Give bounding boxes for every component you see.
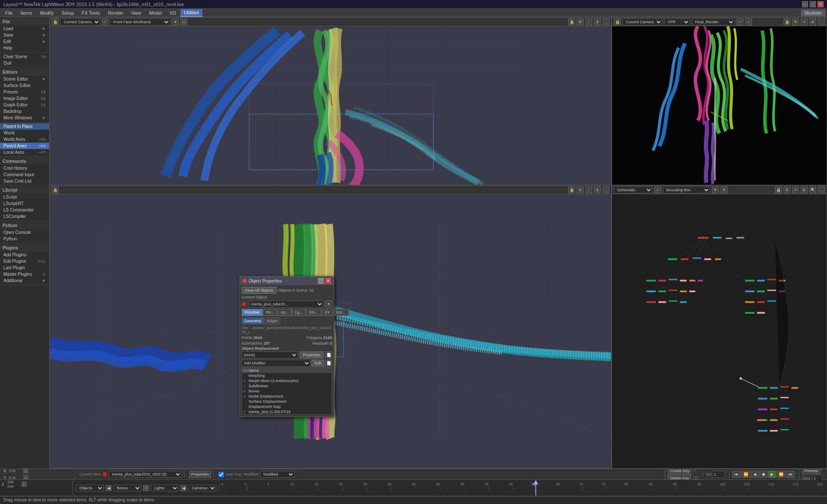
- dialog-minimize-btn[interactable]: —: [318, 278, 324, 284]
- schematic-refresh[interactable]: ↺: [792, 187, 799, 193]
- menu-render[interactable]: Render: [104, 9, 127, 16]
- schematic-lock[interactable]: 🔒: [775, 187, 782, 193]
- x-pos-e-btn[interactable]: E: [23, 468, 28, 473]
- step-fwd-btn[interactable]: ⏩: [777, 471, 786, 478]
- vp1-mode-select[interactable]: Front Face Wireframe: [110, 19, 170, 25]
- sidebar-item-edit[interactable]: Edit ▼: [0, 38, 49, 45]
- objects-select-btn[interactable]: ◀: [106, 485, 112, 491]
- left-viewport[interactable]: 🔒 Current Camera ✓ Front Face Wireframe …: [50, 17, 612, 185]
- menu-modeler[interactable]: Modeler: [801, 9, 825, 16]
- sidebar-item-surface-editor[interactable]: Surface Editor: [0, 82, 49, 89]
- menu-setup[interactable]: Setup: [58, 9, 78, 16]
- sidebar-item-command-input[interactable]: Command Input: [0, 171, 49, 178]
- schematic-chk[interactable]: ✓: [654, 187, 661, 193]
- tab-fx[interactable]: FX: [322, 309, 333, 316]
- tab-primitive[interactable]: Primitive: [242, 309, 263, 316]
- subtab-geometry[interactable]: Geometry: [242, 317, 264, 324]
- modifier-icon[interactable]: 📄: [325, 360, 332, 367]
- current-object-select[interactable]: inertia_plus_tube20...: [249, 301, 323, 308]
- main-vp-more[interactable]: …: [603, 187, 609, 193]
- menu-fxtools[interactable]: FX Tools: [78, 9, 104, 16]
- sidebar-item-scene-editor[interactable]: Scene Editor ▼: [0, 76, 49, 82]
- clear-all-objects-btn[interactable]: Clear All Objects: [242, 287, 277, 294]
- play-btn[interactable]: ▶: [768, 471, 776, 478]
- go-end-btn[interactable]: ⏭: [787, 471, 795, 478]
- main-viewport-content[interactable]: Object Properties — ✕ Clear All Objects: [50, 194, 611, 468]
- schematic-more[interactable]: …: [818, 187, 825, 193]
- sidebar-item-local-axes[interactable]: Local Axes +F7: [0, 149, 49, 156]
- lights-select[interactable]: Lights: [151, 485, 179, 492]
- vp1-settings-btn[interactable]: ⚙: [577, 19, 584, 25]
- vp2-render-select[interactable]: Final_Render: [692, 19, 735, 25]
- sidebar-item-backdrop[interactable]: Backdrop: [0, 108, 49, 115]
- schematic-mode2-select[interactable]: Bounding Box: [663, 187, 710, 193]
- sidebar-item-quit[interactable]: Quit: [0, 60, 49, 66]
- close-btn[interactable]: ✕: [818, 1, 824, 7]
- schematic-settings[interactable]: ⚙: [783, 187, 790, 193]
- modifier-subdivision[interactable]: ✓ Subdivision: [242, 383, 332, 389]
- vp2-camera-select[interactable]: Current Camera: [622, 19, 662, 25]
- main-vp-icon[interactable]: 🔒: [52, 187, 59, 193]
- go-start-btn[interactable]: ⏮: [732, 471, 740, 478]
- main-vp-settings[interactable]: ⚙: [577, 187, 584, 193]
- vp1-icon1[interactable]: 🔒: [52, 19, 59, 25]
- vp2-chk2[interactable]: ✓: [745, 19, 752, 25]
- vp2-chk[interactable]: ✓: [737, 19, 743, 25]
- sidebar-item-last-plugin[interactable]: Last Plugin: [0, 264, 49, 271]
- vp1-camera-select[interactable]: Current Camera: [60, 19, 100, 25]
- sidebar-item-image-editor[interactable]: Image Editor F6: [0, 95, 49, 102]
- add-modifier-select[interactable]: Add Modifier: [242, 360, 311, 367]
- bones-select-btn[interactable]: +: [143, 485, 149, 491]
- vp2-expand[interactable]: ⊕: [809, 19, 816, 25]
- replacement-select[interactable]: (none): [242, 352, 298, 358]
- maximize-btn[interactable]: □: [810, 1, 816, 7]
- sidebar-item-python[interactable]: Python: [0, 236, 49, 242]
- modifier-bones[interactable]: ✓ Bones: [242, 389, 332, 394]
- cameras-select[interactable]: Cameras: [188, 485, 216, 492]
- modifier-morphing[interactable]: Morphing: [242, 373, 332, 378]
- schematic-viewport[interactable]: Schematic ✓ Bounding Box ▼ ▼ 🔒 ⚙ ↺ ⊕: [612, 185, 827, 469]
- main-viewport[interactable]: 🔒 🔒 ⚙ i ⊕ …: [50, 185, 612, 469]
- main-vp-info[interactable]: i: [585, 187, 592, 193]
- object-properties-dialog[interactable]: Object Properties — ✕ Clear All Objects: [239, 276, 334, 417]
- edit-modifier-btn[interactable]: Edit: [311, 360, 324, 367]
- minimize-btn[interactable]: —: [802, 1, 808, 7]
- vp1-more-btn[interactable]: …: [603, 19, 609, 25]
- sidebar-item-world[interactable]: World: [0, 130, 49, 136]
- play-back-btn[interactable]: ◀: [751, 471, 759, 478]
- sidebar-item-lscript-rt[interactable]: LScript/RT: [0, 200, 49, 207]
- vp1-lock-btn[interactable]: 🔒: [568, 19, 575, 25]
- menu-items[interactable]: Items: [17, 9, 36, 16]
- vp1-checkbox[interactable]: ✓: [102, 19, 108, 25]
- modifier-morph-mixer[interactable]: ✓ Morph Mixer (4 endomorphs): [242, 378, 332, 383]
- object-select-arrow[interactable]: ▼: [325, 301, 332, 308]
- bones-select[interactable]: Bones: [113, 485, 141, 492]
- modifier-displacement-map[interactable]: Displacement Map: [242, 404, 332, 409]
- schematic-zoom[interactable]: 🔍: [809, 187, 816, 193]
- sidebar-item-edit-plugins[interactable]: Edit Plugins ^F11: [0, 258, 49, 264]
- tab-inst[interactable]: Inst...: [333, 309, 349, 316]
- sidebar-item-help[interactable]: Help: [0, 45, 49, 51]
- menu-utilities[interactable]: Utilities: [180, 9, 202, 17]
- schematic-mode-btn[interactable]: ▼: [712, 187, 719, 193]
- left-viewport-content[interactable]: [50, 26, 611, 185]
- sidebar-item-ls-compiler[interactable]: LSCompiler: [0, 213, 49, 220]
- main-vp-expand[interactable]: ⊕: [594, 187, 601, 193]
- sidebar-item-presets[interactable]: Presets F8: [0, 89, 49, 95]
- modifier-inertia[interactable]: ✓ Inertia_plus (1.00) 07/18: [242, 409, 332, 414]
- modifier-nodal[interactable]: ✓ Nodal Displacement: [242, 394, 332, 399]
- sel-input[interactable]: [712, 471, 725, 478]
- sidebar-item-additional[interactable]: Additional ▼: [0, 277, 49, 284]
- sidebar-item-cmd-history[interactable]: Cmd History: [0, 165, 49, 171]
- menu-modify[interactable]: Modify: [37, 9, 57, 16]
- sidebar-item-clear-scene[interactable]: Clear Scene ^N: [0, 53, 49, 60]
- step-back-btn[interactable]: ⏪: [741, 471, 750, 478]
- menu-model[interactable]: Model: [146, 9, 165, 16]
- tab-ap[interactable]: Ap...: [278, 309, 292, 316]
- stop-btn[interactable]: ⏹: [759, 471, 768, 478]
- subtab-edges[interactable]: Edges: [264, 317, 281, 324]
- vp2-icon1[interactable]: 🔒: [614, 19, 621, 25]
- timeline-ruler[interactable]: -5 0 5 10 15 20 25 30 35 40 45 50 55 62 …: [219, 480, 827, 496]
- autokey-checkbox[interactable]: [218, 472, 224, 477]
- vp2-info[interactable]: ↺: [801, 19, 808, 25]
